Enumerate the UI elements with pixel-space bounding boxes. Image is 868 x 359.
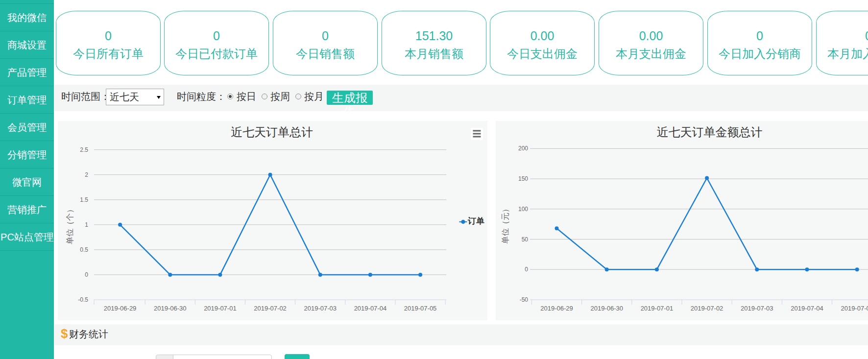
svg-text:1.5: 1.5 — [80, 196, 88, 203]
svg-text:0: 0 — [85, 271, 88, 278]
svg-text:0.5: 0.5 — [80, 246, 88, 253]
svg-text:2019-07-03: 2019-07-03 — [304, 305, 337, 312]
svg-text:1: 1 — [85, 221, 88, 228]
svg-text:2019-07-04: 2019-07-04 — [791, 305, 823, 312]
svg-text:2.5: 2.5 — [80, 146, 88, 153]
svg-text:2019-07-02: 2019-07-02 — [254, 305, 287, 312]
svg-text:150: 150 — [518, 175, 528, 182]
svg-text:100: 100 — [518, 206, 528, 213]
svg-text:近七天订单金额总计: 近七天订单金额总计 — [657, 125, 763, 139]
svg-text:2019-06-29: 2019-06-29 — [104, 305, 136, 312]
svg-text:2: 2 — [85, 171, 88, 178]
svg-text:2019-06-30: 2019-06-30 — [154, 305, 187, 312]
svg-text:2019-07-05: 2019-07-05 — [404, 305, 437, 312]
svg-text:2019-07-05: 2019-07-05 — [841, 305, 868, 312]
svg-text:2019-07-01: 2019-07-01 — [641, 305, 674, 312]
svg-text:2019-07-01: 2019-07-01 — [204, 305, 237, 312]
svg-text:2019-07-02: 2019-07-02 — [691, 305, 723, 312]
svg-text:-50: -50 — [520, 296, 529, 303]
svg-text:-0.5: -0.5 — [78, 296, 88, 303]
svg-text:2019-07-03: 2019-07-03 — [741, 305, 773, 312]
svg-text:近七天订单总计: 近七天订单总计 — [231, 125, 313, 139]
svg-text:2019-07-04: 2019-07-04 — [354, 305, 387, 312]
svg-text:订单: 订单 — [467, 216, 484, 226]
svg-text:2019-06-30: 2019-06-30 — [590, 305, 623, 312]
svg-text:0: 0 — [525, 266, 528, 273]
svg-text:单位（元）: 单位（元） — [501, 205, 509, 244]
svg-text:单位（个）: 单位（个） — [66, 205, 74, 244]
svg-text:200: 200 — [518, 145, 528, 152]
svg-text:50: 50 — [522, 236, 529, 243]
svg-text:2019-06-29: 2019-06-29 — [540, 305, 573, 312]
